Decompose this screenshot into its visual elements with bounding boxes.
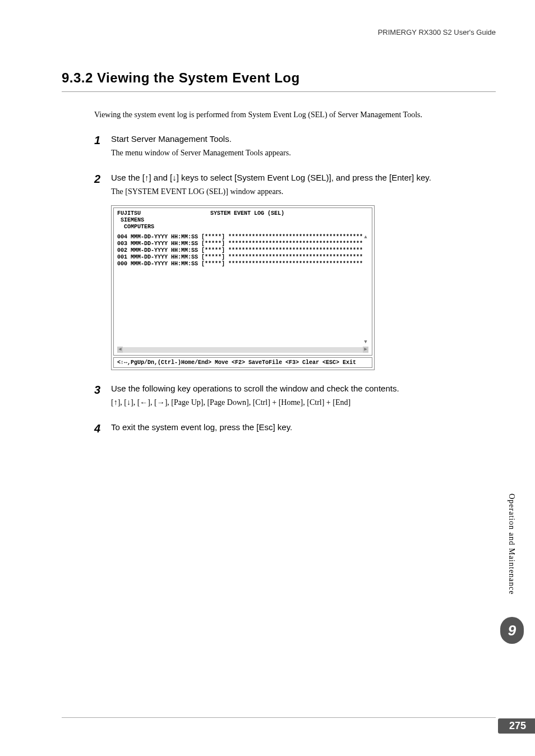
- step-1: 1 Start Server Management Tools. The men…: [94, 134, 496, 159]
- footer-rule: [62, 717, 496, 718]
- scroll-down-icon[interactable]: ▼: [364, 339, 367, 345]
- step-title: Use the [↑] and [↓] keys to select [Syst…: [111, 173, 496, 182]
- step-desc: [↑], [↓], [←], [→], [Page Up], [Page Dow…: [111, 397, 496, 409]
- step-desc: The menu window of Server Management Too…: [111, 147, 496, 159]
- step-number: 4: [94, 422, 111, 435]
- scroll-left-icon[interactable]: ◀: [117, 347, 123, 353]
- step-2: 2 Use the [↑] and [↓] keys to select [Sy…: [94, 173, 496, 198]
- step-number: 2: [94, 173, 111, 186]
- step-title: Start Server Management Tools.: [111, 134, 496, 144]
- side-section-label: Operation and Maintenance: [507, 494, 516, 595]
- sel-footer-keys: <↕↔,PgUp/Dn,(Ctrl-)Home/End> Move <F2> S…: [113, 357, 372, 368]
- step-desc: The [SYSTEM EVENT LOG (SEL)] window appe…: [111, 186, 496, 198]
- intro-text: Viewing the system event log is performe…: [94, 109, 496, 121]
- step-3: 3 Use the following key operations to sc…: [94, 384, 496, 409]
- sel-window-figure: FUJITSU SIEMENS COMPUTERS SYSTEM EVENT L…: [111, 205, 375, 370]
- section-rule: [62, 91, 496, 92]
- scroll-right-icon[interactable]: ▶: [363, 347, 368, 353]
- section-title: 9.3.2 Viewing the System Event Log: [62, 70, 496, 86]
- step-title: To exit the system event log, press the …: [111, 422, 496, 432]
- scroll-up-icon[interactable]: ▲: [364, 234, 367, 241]
- horizontal-scrollbar[interactable]: ◀ ▶: [117, 347, 368, 353]
- step-title: Use the following key operations to scro…: [111, 384, 496, 393]
- step-4: 4 To exit the system event log, press th…: [94, 422, 496, 435]
- vendor-label: FUJITSU SIEMENS COMPUTERS: [117, 210, 154, 231]
- page-header: PRIMERGY RX300 S2 User's Guide: [62, 28, 496, 36]
- vertical-scrollbar[interactable]: ▲ ▼: [363, 234, 368, 346]
- sel-title: SYSTEM EVENT LOG (SEL): [210, 210, 284, 231]
- sel-log-lines: 004 MMM-DD-YYYY HH:MM:SS [*****] *******…: [117, 234, 363, 346]
- step-number: 1: [94, 134, 111, 147]
- page-number: 275: [498, 718, 535, 734]
- chapter-badge: 9: [500, 617, 524, 644]
- step-number: 3: [94, 384, 111, 397]
